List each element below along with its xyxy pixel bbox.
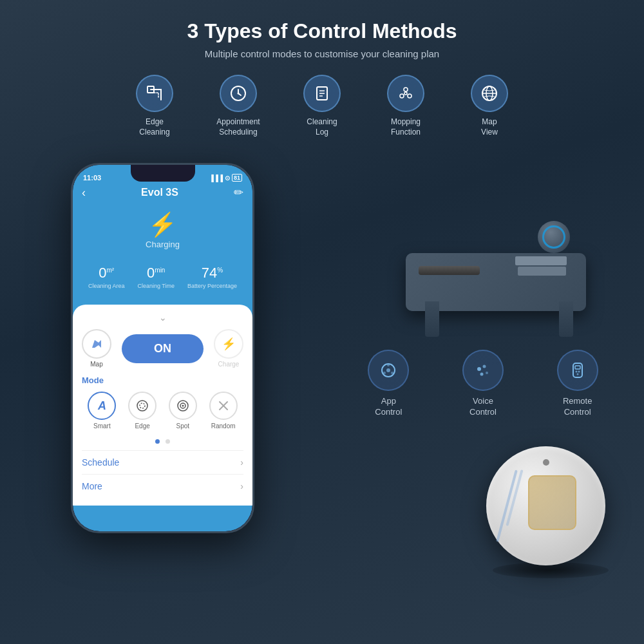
map-button[interactable]: Map [82,329,111,368]
spot-mode-label: Spot [176,422,190,430]
mode-spot[interactable]: Spot [169,392,197,430]
phone-back-icon[interactable]: ‹ [82,186,86,200]
feature-edge-cleaning: EdgeCleaning [122,75,187,137]
svg-point-2 [238,93,240,95]
mode-section-label: Mode [82,375,243,385]
svg-point-35 [575,371,577,373]
charging-label: Charging [146,240,180,249]
remote-control-prop [419,266,480,275]
svg-point-36 [578,371,580,373]
edge-mode-icon [128,392,156,420]
stats-row: 0m² Cleaning Area 0min Cleaning Time [73,258,252,296]
battery-value: 74% [187,265,237,281]
smart-speaker [538,221,573,256]
phone-header: ‹ Evol 3S ✏ [73,183,252,205]
remote-control-label: RemoteControl [563,396,592,418]
svg-point-29 [477,367,481,371]
phone-white-card: ⌄ Map ON ⚡ [73,305,252,506]
pagination-dots [82,435,243,446]
spot-mode-icon [169,392,197,420]
more-arrow-icon: › [240,481,243,491]
more-menu-item[interactable]: More › [82,474,243,498]
features-row: EdgeCleaning AppointmentScheduling [13,75,631,137]
speaker-body [538,221,570,253]
random-mode-icon [209,392,238,420]
mode-edge[interactable]: Edge [128,392,156,430]
dot-active [155,439,160,444]
dot-inactive [166,439,170,444]
bolt-icon: ⚡ [148,211,177,238]
svg-rect-34 [575,366,580,369]
cleaning-time-label: Cleaning Time [137,283,175,289]
svg-point-30 [482,365,486,368]
edge-cleaning-label: EdgeCleaning [139,117,169,137]
mode-row: A Smart Edge [82,392,243,430]
voice-control-item: VoiceControl [448,350,518,418]
svg-line-13 [408,95,408,95]
battery-stat: 74% Battery Percentage [187,265,237,289]
books-stack [515,256,567,276]
edge-mode-label: Edge [135,422,149,430]
svg-point-26 [387,364,390,366]
mopping-function-icon [387,75,424,112]
battery-label: Battery Percentage [187,283,237,289]
signal-icon: ▐▐▐ [209,175,223,182]
edge-cleaning-icon [136,75,173,112]
feature-map-view: MapView [457,75,522,137]
voice-control-icon [462,350,504,391]
robot-line-1 [496,470,518,542]
svg-point-8 [400,94,404,98]
wifi-icon: ⊙ [225,175,230,182]
svg-point-25 [386,368,390,372]
svg-point-37 [576,374,578,375]
phone-container: 11:03 ▐▐▐ ⊙ 81 ‹ Evol 3S ✏ [71,163,258,536]
mode-random[interactable]: Random [209,392,238,430]
charge-button[interactable]: ⚡ Charge [214,329,243,368]
speaker-ring [542,225,565,249]
phone-controls-row: Map ON ⚡ Charge [82,329,243,368]
book-bottom [515,256,567,265]
phone-notch [131,165,195,182]
table-scene [374,163,618,350]
app-control-item: AppControl [353,350,424,418]
charging-section: ⚡ Charging [73,205,252,258]
cleaning-area-label: Cleaning Area [88,283,125,289]
battery-icon: 81 [232,174,242,182]
svg-point-9 [408,94,412,98]
robot-accent-panel [528,475,576,530]
remote-control-item: RemoteControl [542,350,613,418]
cleaning-log-icon [303,75,341,112]
feature-mopping-function: MoppingFunction [374,75,438,137]
on-button[interactable]: ON [122,334,204,363]
feature-cleaning-log: CleaningLog [290,75,354,137]
more-label: More [82,481,102,491]
cleaning-time-stat: 0min Cleaning Time [137,265,175,289]
schedule-arrow-icon: › [240,457,243,468]
phone-edit-icon[interactable]: ✏ [234,185,243,200]
phone-status-icons: ▐▐▐ ⊙ 81 [209,174,242,182]
feature-appointment-scheduling: AppointmentScheduling [206,75,270,137]
charge-icon: ⚡ [214,329,243,359]
right-section: AppControl VoiceControl [341,150,625,588]
map-view-icon [471,75,508,112]
cleaning-log-label: CleaningLog [307,117,337,137]
phone-device-name: Evol 3S [141,187,178,198]
schedule-menu-item[interactable]: Schedule › [82,450,243,474]
chevron-down-icon: ⌄ [82,312,243,323]
appointment-scheduling-label: AppointmentScheduling [216,117,260,137]
cleaning-area-unit: m² [107,267,115,274]
svg-point-27 [391,372,393,374]
map-view-label: MapView [481,117,498,137]
app-control-icon [368,350,409,391]
svg-line-12 [404,95,404,95]
svg-point-28 [383,372,386,374]
cleaning-area-value: 0m² [88,265,125,281]
remote-control-icon [557,350,598,391]
map-label: Map [90,361,102,368]
smart-mode-label: Smart [93,422,111,430]
book-top [518,267,566,276]
robot-vacuum [483,446,618,582]
svg-point-18 [140,403,145,408]
mode-smart[interactable]: A Smart [88,392,116,430]
schedule-label: Schedule [82,457,119,468]
